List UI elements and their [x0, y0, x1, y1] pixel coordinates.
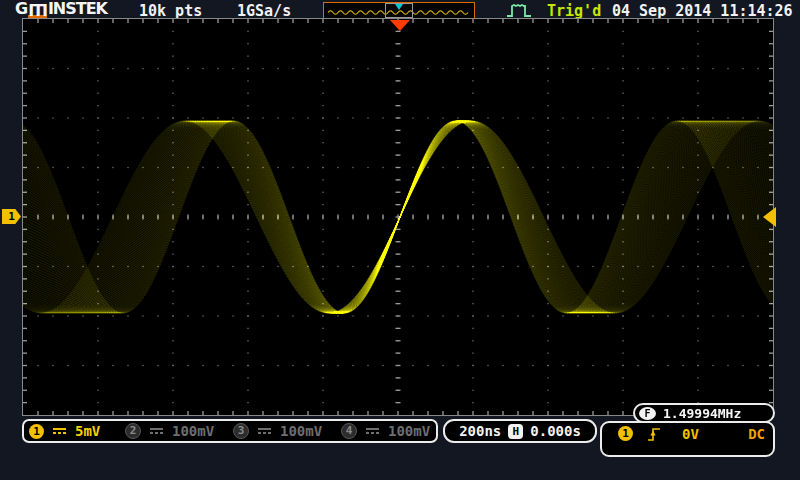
- channel-3-scale: 100mV: [280, 423, 322, 439]
- frequency-readout: F 1.49994MHz: [633, 403, 775, 423]
- trigger-level-marker[interactable]: [763, 207, 776, 227]
- trigger-readout[interactable]: 1 0V DC: [600, 421, 775, 457]
- channel-3-indicator[interactable]: 3 100mV: [233, 423, 341, 439]
- channel-1-dc-coupling-icon: [53, 428, 66, 434]
- channel-4-scale: 100mV: [388, 423, 430, 439]
- frequency-value: 1.49994MHz: [663, 406, 741, 421]
- channel-3-dc-coupling-icon: [258, 428, 271, 434]
- top-status-bar: GШINSTEK 10k pts 1GSa/s Trig'd 04 Sep 20…: [0, 0, 800, 19]
- graticule-screen: [22, 18, 774, 416]
- channel-3-badge: 3: [233, 423, 249, 439]
- channel-4-dc-coupling-icon: [366, 428, 379, 434]
- channel-2-scale: 100mV: [172, 423, 214, 439]
- waveform-display: [23, 19, 773, 415]
- trigger-position-marker[interactable]: [390, 20, 410, 31]
- channel-1-ground-marker[interactable]: 1: [2, 209, 21, 224]
- timebase-readout[interactable]: 200ns H 0.000s: [443, 419, 597, 443]
- trigger-source-badge: 1: [618, 426, 633, 441]
- channel-status-strip: 1 5mV 2 100mV 3 100mV 4 100mV: [22, 419, 438, 443]
- frequency-icon: F: [639, 407, 656, 420]
- channel-1-scale: 5mV: [75, 423, 100, 439]
- channel-2-dc-coupling-icon: [150, 428, 163, 434]
- logo-g: G: [15, 0, 27, 18]
- memory-trigger-marker-icon: [395, 4, 403, 10]
- logo-instek: INSTEK: [48, 0, 107, 18]
- horizontal-icon: H: [508, 424, 523, 439]
- channel-1-indicator[interactable]: 1 5mV: [29, 423, 125, 439]
- memory-bar: [323, 2, 475, 19]
- channel-2-badge: 2: [125, 423, 141, 439]
- channel-4-badge: 4: [341, 423, 357, 439]
- logo-w-glyph: Ш: [28, 3, 47, 15]
- rising-edge-icon: [647, 426, 661, 447]
- trigger-level-readout: 0V: [682, 426, 699, 442]
- timebase-scale: 200ns: [459, 423, 501, 439]
- gwinstek-logo: GШINSTEK: [15, 0, 107, 18]
- trigger-coupling-readout: DC: [748, 426, 765, 442]
- channel-2-indicator[interactable]: 2 100mV: [125, 423, 233, 439]
- channel-1-badge: 1: [29, 424, 44, 439]
- logo-w-mark: Ш: [28, 3, 47, 18]
- horizontal-offset: 0.000s: [530, 423, 581, 439]
- channel-4-indicator[interactable]: 4 100mV: [341, 423, 431, 439]
